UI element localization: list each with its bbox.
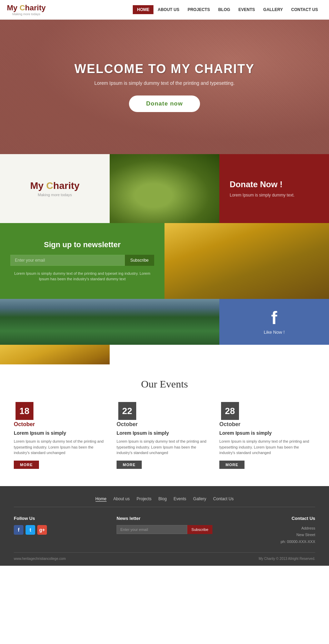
footer-address-line1: Address	[219, 525, 315, 532]
image-grid-section: f Like Now !	[0, 299, 329, 364]
event-desc-2: Lorem Ipsum is simply dummy text of the …	[117, 439, 212, 456]
nav-gallery[interactable]: GALLERY	[259, 5, 287, 14]
event-date-2: 22 October	[117, 402, 138, 427]
mid-logo-subtitle: Making more todays	[38, 193, 72, 197]
nav-home[interactable]: HOME	[133, 5, 153, 14]
newsletter-section: Sign up to newsletter Subscribe Lorem Ip…	[0, 223, 329, 299]
nav-contact[interactable]: CONTACT US	[287, 5, 322, 14]
nav-about[interactable]: ABOUT US	[153, 5, 183, 14]
hero-title: WELCOME TO MY CHARITY	[74, 62, 255, 76]
logo: My Charity Making more todays	[7, 3, 46, 16]
footer-nav-about[interactable]: About us	[113, 496, 130, 502]
leaves-right-panel	[0, 345, 110, 365]
leaves-right-bg	[0, 345, 110, 365]
event-title-2: Lorem Ipsum is simply	[117, 430, 212, 436]
event-more-button-3[interactable]: More	[219, 461, 245, 469]
event-day-1: 18	[16, 402, 33, 420]
event-date-1: 18 October	[14, 402, 35, 427]
footer-nav-blog[interactable]: Blog	[158, 496, 167, 502]
facebook-label: Like Now !	[264, 330, 285, 335]
facebook-panel[interactable]: f Like Now !	[219, 299, 329, 345]
event-month-2: October	[117, 421, 138, 427]
events-title: Our Events	[14, 378, 315, 390]
facebook-icon: f	[271, 309, 277, 327]
mid-donate-desc: Lorem Ipsum is simply dummy text.	[230, 193, 295, 198]
footer-phone: ph: 00000-XXX-XXX	[219, 539, 315, 545]
newsletter-subscribe-button[interactable]: Subscribe	[125, 255, 154, 266]
footer-contact-info: Address New Street ph: 00000-XXX-XXX	[219, 525, 315, 545]
logo-text: My Charity	[7, 3, 46, 12]
event-desc-3: Lorem Ipsum is simply dummy text of the …	[219, 439, 315, 456]
footer-follow-col: Follow Us f t g+	[14, 516, 110, 545]
footer-email-input[interactable]	[117, 525, 187, 534]
mid-section: My Charity Making more todays Donate Now…	[0, 154, 329, 223]
facebook-social-icon[interactable]: f	[14, 525, 23, 535]
nav-blog[interactable]: BLOG	[214, 5, 235, 14]
event-more-button-2[interactable]: MORE	[117, 461, 142, 469]
footer-copyright: My Charity © 2013 Allright Reserved.	[259, 557, 315, 561]
hero-section: WELCOME TO MY CHARITY Lorem Ipsum is sim…	[0, 20, 329, 154]
social-icons: f t g+	[14, 525, 110, 535]
mid-donate-title: Donate Now !	[230, 180, 282, 189]
newsletter-description: Lorem Ipsum is simply dummy text of the …	[10, 271, 154, 282]
mid-logo-text: My Charity	[30, 180, 79, 191]
footer-address-line2: New Street	[219, 532, 315, 539]
header: My Charity Making more todays HOME ABOUT…	[0, 0, 329, 20]
nav-events[interactable]: EVENTS	[234, 5, 259, 14]
event-date-3: 28 October	[219, 402, 240, 427]
grass-image-panel	[0, 299, 219, 345]
footer-columns: Follow Us f t g+ News letter Subscribe C…	[14, 516, 315, 545]
mid-image-bg	[110, 154, 219, 223]
logo-highlight: C	[20, 3, 25, 12]
footer-subscribe-button[interactable]: Subscribe	[187, 525, 212, 534]
events-section: Our Events 18 October Lorem Ipsum is sim…	[0, 364, 329, 486]
footer-nav-projects[interactable]: Projects	[137, 496, 151, 502]
footer-nav-gallery[interactable]: Gallery	[193, 496, 206, 502]
twitter-social-icon[interactable]: t	[26, 525, 35, 535]
donate-now-button[interactable]: Donate now	[129, 95, 200, 112]
footer-nav-home[interactable]: Home	[96, 496, 107, 502]
newsletter-panel: Sign up to newsletter Subscribe Lorem Ip…	[0, 223, 164, 299]
event-card-2: 22 October Lorem Ipsum is simply Lorem I…	[117, 402, 212, 469]
grass-image-bg	[0, 299, 219, 345]
events-grid: 18 October Lorem Ipsum is simply Lorem I…	[14, 402, 315, 469]
event-month-1: October	[14, 421, 35, 427]
event-day-3: 28	[221, 402, 239, 420]
newsletter-right-image	[164, 223, 329, 299]
footer-contact-title: Contact Us	[219, 516, 315, 521]
footer-newsletter-form: Subscribe	[117, 525, 212, 534]
googleplus-social-icon[interactable]: g+	[37, 525, 47, 535]
event-title-1: Lorem Ipsum is simply	[14, 430, 110, 436]
event-month-3: October	[219, 421, 240, 427]
event-desc-1: Lorem Ipsum is simply dummy text of the …	[14, 439, 110, 456]
event-title-3: Lorem Ipsum is simply	[219, 430, 315, 436]
event-day-2: 22	[118, 402, 136, 420]
hero-content: WELCOME TO MY CHARITY Lorem Ipsum is sim…	[74, 62, 255, 112]
footer-newsletter-title: News letter	[117, 516, 212, 521]
main-nav: HOME ABOUT US PROJECTS BLOG EVENTS GALLE…	[133, 5, 322, 14]
mid-donate-panel: Donate Now ! Lorem Ipsum is simply dummy…	[219, 154, 329, 223]
mid-image-panel	[110, 154, 219, 223]
newsletter-email-input[interactable]	[10, 255, 125, 266]
logo-subtitle: Making more todays	[7, 12, 46, 16]
event-more-button-1[interactable]: MORE	[14, 461, 39, 469]
event-card-1: 18 October Lorem Ipsum is simply Lorem I…	[14, 402, 110, 469]
footer: Home About us Projects Blog Events Galle…	[0, 486, 329, 566]
mid-logo-panel: My Charity Making more todays	[0, 154, 110, 223]
footer-nav: Home About us Projects Blog Events Galle…	[14, 496, 315, 507]
footer-bottom: www.heritagechristiancollege.com My Char…	[14, 552, 315, 561]
footer-nav-events[interactable]: Events	[173, 496, 186, 502]
newsletter-title: Sign up to newsletter	[44, 240, 120, 249]
leaves-image-bg	[164, 223, 329, 299]
nav-projects[interactable]: PROJECTS	[183, 5, 214, 14]
footer-follow-title: Follow Us	[14, 516, 110, 521]
footer-contact-col: Contact Us Address New Street ph: 00000-…	[219, 516, 315, 545]
hero-subtitle: Lorem Ipsum is simply dummy text of the …	[74, 80, 255, 86]
footer-newsletter-col: News letter Subscribe	[117, 516, 212, 545]
footer-url: www.heritagechristiancollege.com	[14, 557, 66, 561]
footer-nav-contact[interactable]: Contact Us	[213, 496, 233, 502]
newsletter-form: Subscribe	[10, 255, 154, 266]
event-card-3: 28 October Lorem Ipsum is simply Lorem I…	[219, 402, 315, 469]
mid-logo-highlight: C	[46, 180, 53, 191]
